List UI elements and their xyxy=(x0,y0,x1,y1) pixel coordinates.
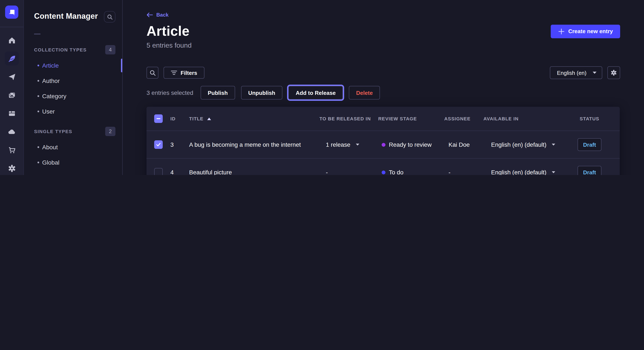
locale-dropdown[interactable]: English (en) (default) xyxy=(491,141,556,148)
active-indicator xyxy=(121,59,122,72)
header-id[interactable]: ID xyxy=(170,116,176,121)
cloud-icon[interactable] xyxy=(5,125,19,139)
sidebar-item-about[interactable]: About xyxy=(24,140,122,155)
sidebar-item-author[interactable]: Author xyxy=(24,73,122,88)
gear-icon[interactable] xyxy=(5,161,19,175)
sidebar-item-article[interactable]: Article xyxy=(24,58,122,73)
subnav-search-button[interactable] xyxy=(104,11,116,22)
sidebar-item-global[interactable]: Global xyxy=(24,155,122,170)
chevron-down-icon xyxy=(592,71,597,74)
header-assignee[interactable]: ASSIGNEE xyxy=(444,116,470,121)
table-header-row: ID TITLE TO BE RELEASED IN REVIEW STAGE … xyxy=(146,107,620,131)
header-available-in[interactable]: AVAILABLE IN xyxy=(484,116,518,121)
bullet-icon xyxy=(38,65,39,66)
cell-title: A bug is becoming a meme on the internet xyxy=(189,141,301,148)
main-content: Back Article Create new entry 5 entries … xyxy=(123,0,644,175)
strapi-logo-icon xyxy=(8,8,16,16)
status-badge: Draft xyxy=(578,166,602,175)
divider xyxy=(0,27,24,27)
search-icon xyxy=(107,14,113,20)
single-types-count-badge: 2 xyxy=(105,127,116,136)
view-settings-button[interactable] xyxy=(607,66,620,79)
header-status[interactable]: STATUS xyxy=(580,116,599,121)
cell-id: 3 xyxy=(170,141,174,148)
plus-icon xyxy=(558,28,565,35)
arrow-left-icon xyxy=(146,12,153,17)
cell-title: Beautiful picture xyxy=(189,169,232,175)
create-new-entry-button[interactable]: Create new entry xyxy=(551,24,620,38)
bullet-icon xyxy=(38,111,39,112)
table-row: 4 Beautiful picture - To do - English (e… xyxy=(146,158,620,175)
shopping-cart-icon[interactable] xyxy=(5,143,19,157)
strapi-logo[interactable] xyxy=(5,5,18,19)
subnav-title: Content Manager xyxy=(34,11,98,21)
divider xyxy=(34,34,40,34)
selection-count-text: 3 entries selected xyxy=(146,89,193,96)
content-manager-subnav: Content Manager COLLECTION TYPES 4 Artic… xyxy=(24,0,123,175)
row-checkbox[interactable] xyxy=(154,140,163,149)
table-search-button[interactable] xyxy=(146,67,158,79)
stage-dot xyxy=(382,143,386,147)
header-title-sort[interactable]: TITLE xyxy=(189,116,211,121)
sort-asc-icon xyxy=(207,117,211,120)
locale-dropdown[interactable]: English (en) (default) xyxy=(491,169,556,175)
search-icon xyxy=(149,70,156,76)
gear-icon xyxy=(610,69,617,76)
cell-assignee: - xyxy=(448,169,450,175)
chevron-down-icon xyxy=(552,171,556,174)
bullet-icon xyxy=(38,95,39,97)
cell-review-stage: To do xyxy=(389,169,404,175)
back-link[interactable]: Back xyxy=(146,12,168,18)
home-icon[interactable] xyxy=(5,33,19,47)
filter-icon xyxy=(171,70,177,75)
chevron-down-icon xyxy=(356,143,359,146)
cell-id: 4 xyxy=(170,169,174,175)
select-all-checkbox[interactable] xyxy=(154,114,163,123)
release-dropdown[interactable]: 1 release xyxy=(326,141,359,148)
status-badge: Draft xyxy=(578,138,602,151)
header-to-be-released-in[interactable]: TO BE RELEASED IN xyxy=(320,116,371,121)
rail-nav xyxy=(5,31,19,175)
bullet-icon xyxy=(38,162,39,163)
layout-window-icon[interactable] xyxy=(5,106,19,120)
collection-types-count-badge: 4 xyxy=(105,45,116,54)
unpublish-button[interactable]: Unpublish xyxy=(241,86,282,100)
indeterminate-icon xyxy=(156,116,161,121)
chevron-down-icon xyxy=(552,143,556,146)
bullet-icon xyxy=(38,146,39,148)
cell-assignee: Kai Doe xyxy=(448,141,470,148)
publish-button[interactable]: Publish xyxy=(200,86,235,100)
section-label-collection-types: COLLECTION TYPES xyxy=(34,47,87,52)
add-to-release-button[interactable]: Add to Release xyxy=(288,86,343,100)
release-dropdown[interactable]: - xyxy=(326,169,328,175)
filters-button[interactable]: Filters xyxy=(164,67,204,79)
feather-content-icon[interactable] xyxy=(5,51,19,65)
bullet-icon xyxy=(38,80,39,82)
check-icon xyxy=(156,142,161,147)
table-body: 3 A bug is becoming a meme on the intern… xyxy=(146,131,620,175)
locale-select[interactable]: English (en) xyxy=(550,66,602,79)
section-label-single-types: SINGLE TYPES xyxy=(34,129,72,134)
entries-table: ID TITLE TO BE RELEASED IN REVIEW STAGE … xyxy=(146,107,620,175)
main-sidebar: KD xyxy=(0,0,24,175)
app-window: KD Content Manager COLLECTION TYPES 4 Ar… xyxy=(0,0,644,175)
row-checkbox[interactable] xyxy=(154,168,163,175)
stage-dot xyxy=(382,170,386,174)
sidebar-item-category[interactable]: Category xyxy=(24,88,122,104)
sidebar-item-user[interactable]: User xyxy=(24,104,122,119)
entries-count-text: 5 entries found xyxy=(146,42,620,49)
paper-plane-icon[interactable] xyxy=(5,70,19,84)
table-row: 3 A bug is becoming a meme on the intern… xyxy=(146,131,620,158)
header-review-stage[interactable]: REVIEW STAGE xyxy=(378,116,417,121)
media-library-icon[interactable] xyxy=(5,88,19,102)
cell-review-stage: Ready to review xyxy=(389,141,432,148)
page-title: Article xyxy=(146,23,190,39)
delete-button[interactable]: Delete xyxy=(349,86,380,100)
